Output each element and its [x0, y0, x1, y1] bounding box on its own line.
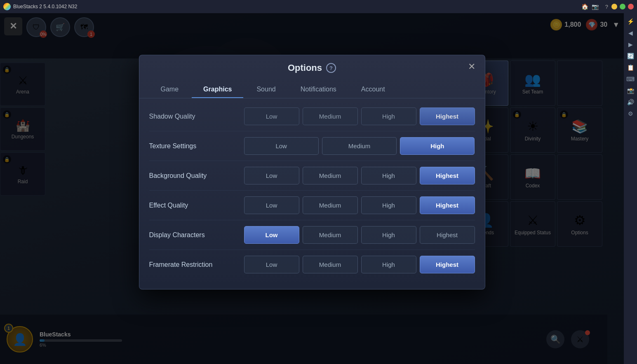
sidebar-icon-2[interactable]: ◀ — [625, 28, 635, 38]
titlebar-camera-icon[interactable]: 📷 — [592, 3, 599, 10]
framerate-medium-btn[interactable]: Medium — [303, 256, 358, 273]
modal-overlay: Options ? ✕ Game Graphics Sound Notifica… — [0, 13, 624, 364]
effect-quality-label: Effect Quality — [149, 202, 244, 209]
texture-settings-label: Texture Settings — [149, 142, 244, 150]
display-highest-btn[interactable]: Highest — [420, 226, 475, 244]
background-quality-buttons: Low Medium High Highest — [244, 167, 475, 184]
shadow-quality-label: Shadow Quality — [149, 113, 244, 120]
sidebar-icon-1[interactable]: ⚡ — [625, 16, 635, 26]
modal-tabs: Game Graphics Sound Notifications Accoun… — [139, 77, 485, 98]
titlebar-help-button[interactable]: ? — [605, 4, 608, 10]
framerate-low-btn[interactable]: Low — [244, 256, 299, 273]
display-characters-label: Display Characters — [149, 231, 244, 239]
shadow-low-btn[interactable]: Low — [244, 107, 299, 125]
options-modal: Options ? ✕ Game Graphics Sound Notifica… — [139, 55, 485, 289]
titlebar-home-icon[interactable]: 🏠 — [581, 3, 588, 10]
bg-medium-btn[interactable]: Medium — [303, 167, 358, 184]
display-characters-buttons: Low Medium High Highest — [244, 226, 475, 244]
tab-graphics[interactable]: Graphics — [192, 82, 243, 98]
framerate-highest-btn[interactable]: Highest — [420, 256, 475, 273]
shadow-quality-row: Shadow Quality Low Medium High Highest — [149, 105, 475, 131]
framerate-high-btn[interactable]: High — [361, 256, 416, 273]
framerate-restriction-label: Framerate Restriction — [149, 261, 244, 268]
texture-settings-buttons: Low Medium High — [244, 137, 475, 155]
background-quality-label: Background Quality — [149, 172, 244, 180]
sidebar-icon-4[interactable]: 🔄 — [625, 51, 635, 61]
bg-low-btn[interactable]: Low — [244, 167, 299, 184]
tab-account[interactable]: Account — [350, 82, 397, 98]
texture-low-btn[interactable]: Low — [244, 137, 319, 155]
sidebar-icon-9[interactable]: ⚙ — [625, 109, 635, 119]
sidebar-icon-5[interactable]: 📋 — [625, 63, 635, 72]
effect-quality-row: Effect Quality Low Medium High Highest — [149, 191, 475, 220]
game-area: ✕ 🛡 0% 🛒 🗺 1 🪙 — [0, 13, 624, 364]
modal-title-text: Options — [288, 63, 322, 73]
bg-high-btn[interactable]: High — [361, 167, 416, 184]
effect-highest-btn[interactable]: Highest — [420, 196, 475, 214]
effect-high-btn[interactable]: High — [361, 196, 416, 214]
modal-help-icon[interactable]: ? — [326, 63, 336, 73]
modal-title-container: Options ? — [288, 63, 336, 73]
effect-low-btn[interactable]: Low — [244, 196, 299, 214]
shadow-medium-btn[interactable]: Medium — [303, 107, 358, 125]
modal-header: Options ? ✕ — [139, 55, 485, 73]
sidebar-icon-8[interactable]: 🔊 — [625, 97, 635, 107]
sidebar-icon-6[interactable]: ⌨ — [625, 74, 635, 84]
framerate-restriction-row: Framerate Restriction Low Medium High Hi… — [149, 250, 475, 279]
effect-medium-btn[interactable]: Medium — [303, 196, 358, 214]
texture-high-btn[interactable]: High — [400, 137, 475, 155]
bluestacks-logo — [3, 3, 11, 10]
shadow-highest-btn[interactable]: Highest — [420, 107, 475, 125]
shadow-quality-buttons: Low Medium High Highest — [244, 107, 475, 125]
display-medium-btn[interactable]: Medium — [303, 226, 358, 244]
tab-sound[interactable]: Sound — [245, 82, 287, 98]
modal-body: Shadow Quality Low Medium High Highest T… — [139, 98, 485, 289]
display-high-btn[interactable]: High — [361, 226, 416, 244]
tab-game[interactable]: Game — [149, 82, 190, 98]
framerate-restriction-buttons: Low Medium High Highest — [244, 256, 475, 273]
right-sidebar: ⚡ ◀ ▶ 🔄 📋 ⌨ 📸 🔊 ⚙ — [624, 13, 637, 364]
background-quality-row: Background Quality Low Medium High Highe… — [149, 161, 475, 191]
display-low-btn[interactable]: Low — [244, 226, 299, 244]
titlebar: BlueStacks 2 5.4.0.1042 N32 🏠 📷 ? — □ ✕ — [0, 0, 637, 13]
minimize-button[interactable]: — — [611, 4, 617, 9]
maximize-button[interactable]: □ — [620, 4, 625, 9]
bg-highest-btn[interactable]: Highest — [420, 167, 475, 184]
close-button[interactable]: ✕ — [628, 4, 634, 9]
sidebar-icon-7[interactable]: 📸 — [625, 86, 635, 96]
texture-settings-row: Texture Settings Low Medium High — [149, 131, 475, 161]
effect-quality-buttons: Low Medium High Highest — [244, 196, 475, 214]
tab-notifications[interactable]: Notifications — [289, 82, 348, 98]
texture-medium-btn[interactable]: Medium — [322, 137, 397, 155]
shadow-high-btn[interactable]: High — [361, 107, 416, 125]
modal-close-button[interactable]: ✕ — [465, 60, 478, 73]
sidebar-icon-3[interactable]: ▶ — [625, 40, 635, 49]
titlebar-title: BlueStacks 2 5.4.0.1042 N32 — [13, 4, 581, 9]
display-characters-row: Display Characters Low Medium High Highe… — [149, 220, 475, 250]
